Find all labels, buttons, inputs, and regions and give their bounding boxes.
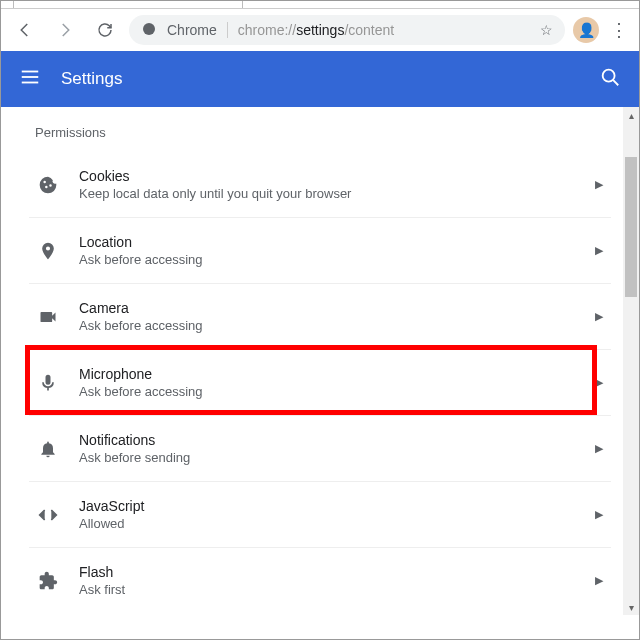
permission-subtext: Ask before accessing bbox=[79, 384, 203, 399]
scrollbar-vertical[interactable]: ▴ ▾ bbox=[623, 107, 639, 615]
javascript-icon bbox=[37, 505, 59, 525]
profile-avatar[interactable]: 👤 bbox=[573, 17, 599, 43]
reload-button[interactable] bbox=[89, 14, 121, 46]
bookmark-star-icon[interactable]: ☆ bbox=[540, 22, 553, 38]
svg-point-8 bbox=[603, 70, 615, 82]
scroll-down-arrow[interactable]: ▾ bbox=[623, 599, 639, 615]
permission-row-notifications[interactable]: NotificationsAsk before sending▶ bbox=[29, 415, 611, 481]
permission-label: JavaScript bbox=[79, 498, 144, 514]
permission-row-camera[interactable]: CameraAsk before accessing▶ bbox=[29, 283, 611, 349]
page-title: Settings bbox=[61, 69, 122, 89]
omnibox-url: chrome://settings/content bbox=[238, 22, 394, 38]
location-icon bbox=[37, 241, 59, 261]
chevron-right-icon: ▶ bbox=[595, 310, 603, 323]
permission-subtext: Ask first bbox=[79, 582, 125, 597]
menu-icon[interactable] bbox=[19, 66, 41, 92]
permission-row-microphone[interactable]: MicrophoneAsk before accessing▶ bbox=[29, 349, 611, 415]
main-menu-button[interactable]: ⋮ bbox=[607, 19, 631, 41]
notifications-icon bbox=[37, 439, 59, 459]
cookies-icon bbox=[37, 175, 59, 195]
chevron-right-icon: ▶ bbox=[595, 244, 603, 257]
chrome-icon bbox=[141, 21, 157, 40]
permission-label: Camera bbox=[79, 300, 203, 316]
browser-toolbar: Chrome chrome://settings/content ☆ 👤 ⋮ bbox=[1, 9, 639, 51]
forward-button[interactable] bbox=[49, 14, 81, 46]
permission-label: Flash bbox=[79, 564, 125, 580]
gear-icon bbox=[24, 0, 40, 1]
permission-label: Cookies bbox=[79, 168, 351, 184]
permission-row-cookies[interactable]: CookiesKeep local data only until you qu… bbox=[29, 152, 611, 217]
scroll-up-arrow[interactable]: ▴ bbox=[623, 107, 639, 123]
permission-subtext: Allowed bbox=[79, 516, 144, 531]
tab-strip: Settings - Site Settings × + bbox=[1, 0, 639, 9]
chevron-right-icon: ▶ bbox=[595, 574, 603, 587]
settings-content: Permissions CookiesKeep local data only … bbox=[1, 107, 639, 615]
search-icon[interactable] bbox=[599, 66, 621, 92]
scrollbar-thumb[interactable] bbox=[625, 157, 637, 297]
svg-point-4 bbox=[143, 23, 155, 35]
svg-line-9 bbox=[613, 80, 618, 85]
permission-subtext: Keep local data only until you quit your… bbox=[79, 186, 351, 201]
omnibox-prefix: Chrome bbox=[167, 22, 228, 38]
chevron-right-icon: ▶ bbox=[595, 178, 603, 191]
permissions-list: CookiesKeep local data only until you qu… bbox=[29, 152, 611, 613]
permission-row-javascript[interactable]: JavaScriptAllowed▶ bbox=[29, 481, 611, 547]
permission-subtext: Ask before accessing bbox=[79, 318, 203, 333]
browser-tab-settings[interactable]: Settings - Site Settings × bbox=[13, 0, 243, 8]
new-tab-button[interactable]: + bbox=[249, 0, 277, 6]
microphone-icon bbox=[37, 373, 59, 393]
permission-label: Notifications bbox=[79, 432, 190, 448]
settings-header: Settings bbox=[1, 51, 639, 107]
permission-subtext: Ask before accessing bbox=[79, 252, 203, 267]
permission-row-flash[interactable]: FlashAsk first▶ bbox=[29, 547, 611, 613]
back-button[interactable] bbox=[9, 14, 41, 46]
permission-row-location[interactable]: LocationAsk before accessing▶ bbox=[29, 217, 611, 283]
permission-subtext: Ask before sending bbox=[79, 450, 190, 465]
close-icon[interactable]: × bbox=[224, 0, 232, 1]
permission-label: Location bbox=[79, 234, 203, 250]
chevron-right-icon: ▶ bbox=[595, 508, 603, 521]
chevron-right-icon: ▶ bbox=[595, 376, 603, 389]
camera-icon bbox=[37, 307, 59, 327]
flash-icon bbox=[37, 571, 59, 591]
chevron-right-icon: ▶ bbox=[595, 442, 603, 455]
section-title-permissions: Permissions bbox=[29, 125, 611, 140]
permission-label: Microphone bbox=[79, 366, 203, 382]
address-bar[interactable]: Chrome chrome://settings/content ☆ bbox=[129, 15, 565, 45]
